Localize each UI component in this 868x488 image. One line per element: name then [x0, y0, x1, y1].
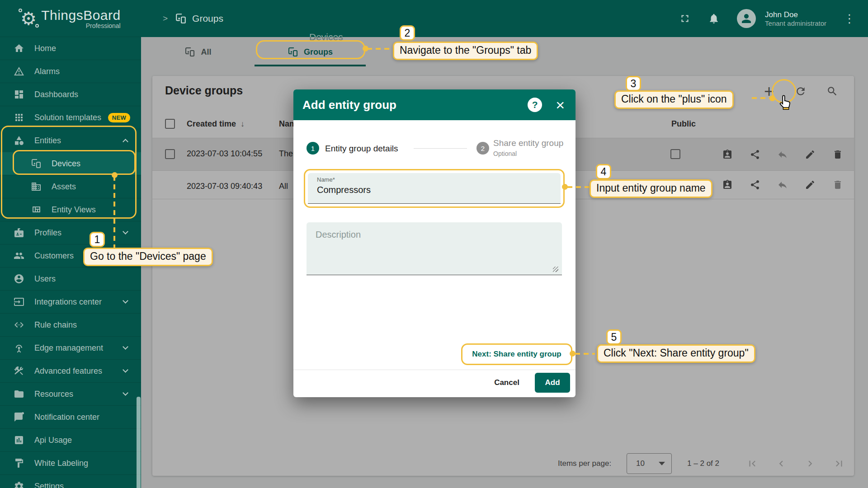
sidebar-item-settings[interactable]: Settings — [0, 474, 141, 488]
step-1-circle[interactable]: 1 — [307, 142, 319, 155]
cancel-button[interactable]: Cancel — [486, 374, 528, 392]
chevron-up-icon — [123, 139, 128, 145]
description-textarea[interactable] — [307, 222, 562, 275]
sidebar-item-alarms[interactable]: Alarms — [0, 60, 141, 83]
sidebar-item-entities[interactable]: Entities — [0, 129, 141, 152]
sidebar-scrollbar[interactable] — [137, 397, 141, 488]
view-quilt-icon — [31, 204, 42, 215]
sidebar-item-label: Entities — [34, 136, 61, 145]
sidebar-item-api-usage[interactable]: Api Usage — [0, 428, 141, 451]
sidebar-item-advanced-features[interactable]: Advanced features — [0, 359, 141, 382]
user-name: John Doe — [765, 10, 826, 19]
thingsboard-app: ⚙ ThingsBoard Professional Home Alarms D… — [0, 0, 868, 488]
chevron-down-icon — [123, 229, 128, 235]
name-input[interactable] — [317, 185, 552, 195]
sidebar-item-assets[interactable]: Assets — [0, 175, 141, 198]
sidebar-item-resources[interactable]: Resources — [0, 382, 141, 405]
chevron-down-icon — [123, 298, 128, 304]
step-2-sublabel: Optional — [493, 150, 517, 157]
notification-icon — [14, 412, 24, 422]
chevron-down-icon — [123, 344, 128, 350]
sidebar-item-home[interactable]: Home — [0, 37, 141, 60]
sidebar-item-label: Home — [34, 44, 56, 53]
apps-grid-icon — [14, 112, 24, 123]
people-icon — [14, 250, 24, 261]
sidebar-item-customers[interactable]: Customers — [0, 244, 141, 267]
sidebar: ⚙ ThingsBoard Professional Home Alarms D… — [0, 0, 141, 488]
name-field: Name* — [308, 173, 561, 204]
sidebar-item-integrations-center[interactable]: Integrations center — [0, 290, 141, 313]
sidebar-item-label: Rule chains — [34, 320, 77, 330]
sidebar-item-label: Advanced features — [34, 366, 102, 376]
sidebar-item-label: Notification center — [34, 413, 99, 422]
sidebar-item-dashboards[interactable]: Dashboards — [0, 83, 141, 106]
building-icon — [31, 181, 42, 192]
new-badge: NEW — [108, 113, 130, 122]
breadcrumb-separator: > — [163, 14, 168, 23]
home-icon — [14, 43, 24, 54]
app-logo[interactable]: ⚙ ThingsBoard Professional — [0, 0, 141, 37]
sidebar-item-label: White Labeling — [34, 459, 88, 468]
sidebar-item-label: Users — [34, 274, 56, 284]
breadcrumb: Devices > Groups — [163, 0, 223, 37]
dialog-stepper: 1 Entity group details 2 Share entity gr… — [293, 140, 576, 158]
step-1-label: Entity group details — [325, 144, 398, 154]
sidebar-item-label: Resources — [34, 389, 73, 399]
brand-edition: Professional — [86, 22, 121, 29]
thingsboard-logo-icon: ⚙ — [20, 9, 37, 28]
sidebar-item-label: Solution templates — [34, 113, 101, 122]
user-info[interactable]: John Doe Tenant administrator — [765, 10, 826, 27]
chevron-down-icon — [123, 367, 128, 373]
dashboards-icon — [14, 89, 24, 100]
add-button[interactable]: Add — [535, 373, 570, 393]
user-role: Tenant administrator — [765, 19, 826, 27]
input-icon — [14, 296, 24, 307]
step-2-label: Share entity group — [493, 138, 563, 148]
sidebar-item-label: Dashboards — [34, 90, 78, 99]
paint-icon — [14, 458, 24, 469]
textarea-resize-handle[interactable] — [553, 267, 558, 272]
sidebar-item-notification-center[interactable]: Notification center — [0, 405, 141, 428]
dialog-title: Add entity group — [302, 98, 528, 112]
sidebar-item-entity-views[interactable]: Entity Views — [0, 198, 141, 221]
brand-name: ThingsBoard — [41, 8, 121, 23]
name-field-label: Name* — [317, 176, 335, 183]
sidebar-item-users[interactable]: Users — [0, 267, 141, 290]
chevron-down-icon — [123, 390, 128, 396]
stepper-divider — [414, 148, 467, 149]
sidebar-item-profiles[interactable]: Profiles — [0, 221, 141, 244]
category-icon — [14, 135, 24, 146]
sidebar-item-solution-templates[interactable]: Solution templates NEW — [0, 106, 141, 129]
sidebar-item-label: Customers — [34, 251, 74, 261]
user-avatar[interactable] — [737, 9, 756, 28]
sidebar-item-edge-management[interactable]: Edge management — [0, 336, 141, 359]
sidebar-item-label: Devices — [52, 159, 80, 169]
gear-icon — [14, 481, 24, 488]
next-share-entity-group-button[interactable]: Next: Share entity group — [461, 343, 572, 365]
antenna-icon — [14, 343, 24, 353]
devices-icon — [31, 158, 42, 169]
add-entity-group-dialog: Add entity group ? × 1 Entity group deta… — [293, 89, 576, 397]
sidebar-item-label: Entity Views — [52, 205, 96, 215]
help-icon[interactable]: ? — [528, 98, 542, 112]
breadcrumb-groups[interactable]: Groups — [175, 13, 223, 24]
folder-icon — [14, 389, 24, 399]
sidebar-item-label: Settings — [34, 482, 64, 488]
sidebar-item-label: Profiles — [34, 228, 61, 238]
sidebar-item-devices[interactable]: Devices — [0, 152, 141, 175]
sidebar-item-label: Api Usage — [34, 436, 72, 445]
breadcrumb-label: Groups — [192, 13, 223, 24]
sidebar-item-label: Assets — [52, 182, 76, 192]
step-2-circle[interactable]: 2 — [476, 142, 489, 155]
sidebar-item-label: Integrations center — [34, 297, 102, 307]
sidebar-item-label: Alarms — [34, 67, 60, 76]
notifications-bell-icon[interactable] — [708, 13, 720, 24]
sidebar-item-rule-chains[interactable]: Rule chains — [0, 313, 141, 336]
code-icon — [14, 319, 24, 330]
dialog-footer-divider — [293, 370, 576, 370]
fullscreen-icon[interactable] — [679, 13, 691, 24]
sidebar-item-white-labeling[interactable]: White Labeling — [0, 451, 141, 474]
sidebar-item-label: Edge management — [34, 343, 103, 353]
badge-icon — [14, 227, 24, 238]
account-circle-icon — [14, 273, 24, 284]
